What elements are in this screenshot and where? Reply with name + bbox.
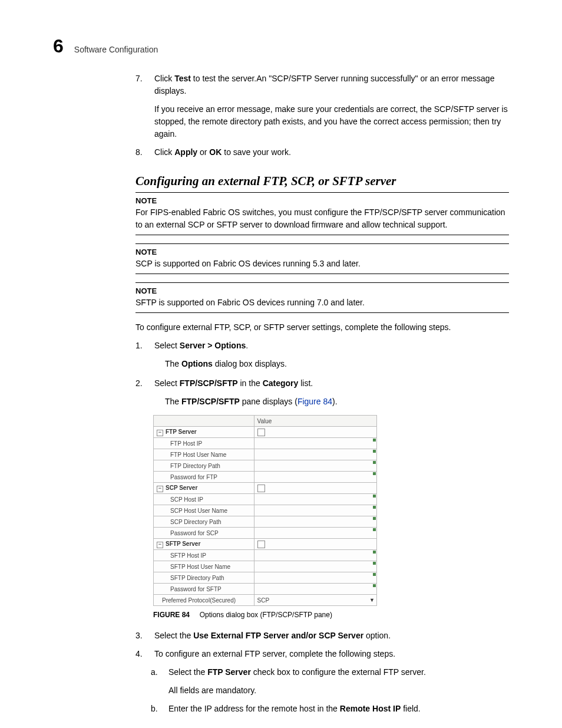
collapse-icon[interactable]: − [157,542,163,548]
note-label: NOTE [135,196,509,205]
step-text: Select the [154,631,193,640]
step-1: 1. Select Server > Options. [135,340,509,352]
horizontal-rule [135,282,509,283]
step-text: to save your work. [222,147,291,157]
collapse-icon[interactable]: − [157,486,163,492]
note-body: SCP is supported on Fabric OS devices ru… [135,258,509,270]
step-text: option. [363,631,391,640]
step-text: Select [154,341,180,350]
step-bold: Server > Options [180,341,246,350]
section-label: SCP Server [166,485,197,491]
figure-caption: FIGURE 84 Options dialog box (FTP/SCP/SF… [153,611,509,619]
step-number: 7. [135,73,146,85]
step-bold: FTP/SCP/SFTP [180,378,238,388]
sub-bold: Remote Host IP [340,704,401,713]
step-text: Click [154,74,174,83]
sub-text: Select the [168,667,207,677]
ftp-dir-input[interactable] [254,460,376,472]
step-2: 2. Select FTP/SCP/SFTP in the Category l… [135,377,509,390]
sub-text: dialog box displays. [213,359,287,368]
step-para: If you receive an error message, make su… [154,103,509,140]
section-label: SFTP Server [166,541,200,547]
note-body: SFTP is supported on Fabric OS devices r… [135,297,509,309]
step-number: 8. [135,146,146,159]
step-number: 4. [135,648,146,660]
intro-paragraph: To configure external FTP, SCP, or SFTP … [135,321,509,334]
step-4: 4. To configure an external FTP server, … [135,648,509,660]
value-column-header: Value [254,416,376,427]
step-number: 2. [135,377,146,390]
sub-text: pane displays ( [240,397,297,406]
figure-84: Value −FTP Server FTP Host IP FTP Host U… [153,415,509,606]
sftp-server-checkbox[interactable] [257,541,265,548]
sub-text: ). [332,397,338,406]
sftp-user-input[interactable] [254,561,376,572]
scp-host-ip-input[interactable] [254,494,376,505]
figure-number: FIGURE 84 [153,611,190,619]
step-text: list. [298,378,313,388]
step-bold: Apply [174,147,197,157]
field-label: FTP Host IP [154,438,254,449]
step-text: to test the server.An "SCP/SFTP Server r… [154,74,494,95]
sub-text: field. [401,704,420,713]
field-label: SFTP Directory Path [154,572,254,584]
field-label: Password for FTP [154,472,254,483]
sftp-dir-input[interactable] [254,572,376,584]
scp-pass-input[interactable] [254,528,376,539]
sub-letter: b. [151,703,160,715]
horizontal-rule [135,235,509,235]
horizontal-rule [135,243,509,244]
step-2-sub: The FTP/SCP/SFTP pane displays (Figure 8… [165,396,509,408]
step-text: To configure an external FTP server, com… [154,649,395,658]
sub-text: Enter the IP address for the remote host… [168,704,340,713]
step-4a-sub: All fields are mandatory. [168,684,509,697]
ftp-server-checkbox[interactable] [257,429,265,436]
step-7: 7. Click Test to test the server.An "SCP… [135,73,509,140]
step-3: 3. Select the Use External FTP Server an… [135,630,509,642]
sftp-pass-input[interactable] [254,584,376,595]
ftp-pass-input[interactable] [254,472,376,483]
note-label: NOTE [135,286,509,295]
field-label: SCP Host User Name [154,505,254,516]
ftp-user-input[interactable] [254,449,376,460]
sub-text: The [165,359,181,368]
scp-server-checkbox[interactable] [257,485,265,492]
step-number: 1. [135,340,146,352]
step-text: Click [154,147,174,157]
field-label: FTP Host User Name [154,449,254,460]
step-bold: Category [263,378,299,388]
preferred-protocol-value: SCP [257,597,270,604]
sub-text: The [165,397,181,406]
step-text: . [246,341,248,350]
note-label: NOTE [135,248,509,256]
field-label: FTP Directory Path [154,460,254,472]
field-label: SCP Directory Path [154,516,254,528]
step-text: Select [154,378,180,388]
ftp-host-ip-input[interactable] [254,438,376,449]
step-bold: OK [209,147,222,157]
sub-letter: a. [151,666,160,678]
sftp-host-ip-input[interactable] [254,550,376,561]
chapter-title: Software Configuration [74,45,158,54]
section-label: FTP Server [166,429,197,435]
step-4b: b. Enter the IP address for the remote h… [151,703,509,715]
collapse-icon[interactable]: − [157,430,163,436]
horizontal-rule [135,274,509,274]
step-number: 3. [135,630,146,642]
step-4a: a. Select the FTP Server check box to co… [151,666,509,678]
figure-caption-text: Options dialog box (FTP/SCP/SFTP pane) [200,611,332,619]
field-label: SFTP Host User Name [154,561,254,572]
figure-link[interactable]: Figure 84 [297,397,332,406]
chapter-number: 6 [53,35,64,57]
scp-user-input[interactable] [254,505,376,516]
ftp-scp-sftp-table: Value −FTP Server FTP Host IP FTP Host U… [153,415,377,606]
note-body: For FIPS-enabled Fabric OS switches, you… [135,206,509,231]
sub-bold: FTP Server [207,667,251,677]
preferred-protocol-dropdown[interactable]: SCP▼ [254,595,376,606]
horizontal-rule [135,192,509,193]
page-header: 6 Software Configuration [53,35,509,57]
sub-bold: FTP/SCP/SFTP [181,397,240,406]
step-bold: Use External FTP Server and/or SCP Serve… [193,631,363,640]
sub-text: check box to configure the external FTP … [251,667,426,677]
scp-dir-input[interactable] [254,516,376,528]
